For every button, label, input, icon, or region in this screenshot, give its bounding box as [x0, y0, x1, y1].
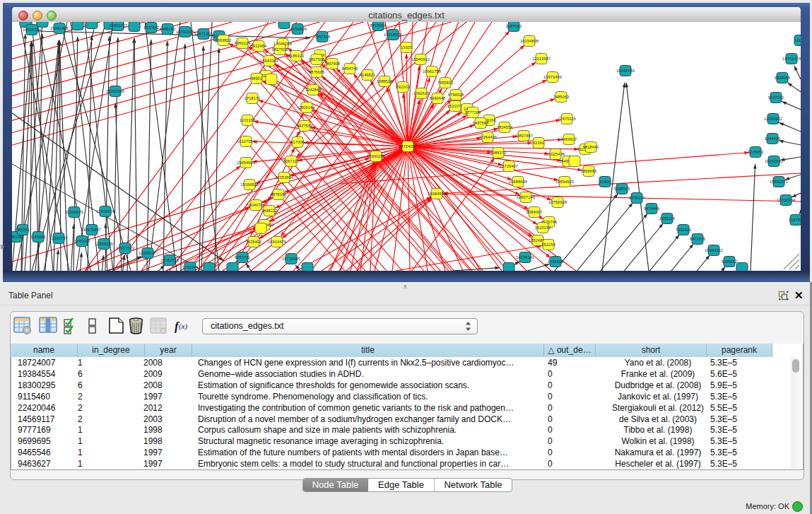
svg-text:6879197: 6879197 [629, 196, 645, 200]
svg-text:12942757: 12942757 [49, 236, 68, 240]
svg-text:98901: 98901 [251, 76, 262, 81]
svg-text:8454749: 8454749 [342, 66, 358, 71]
svg-text:9474444: 9474444 [644, 206, 660, 211]
svg-text:0899695: 0899695 [581, 169, 597, 173]
svg-text:1145194: 1145194 [74, 239, 90, 243]
svg-text:(x): (x) [179, 322, 188, 331]
svg-text:12975115: 12975115 [558, 117, 575, 121]
svg-text:16914479: 16914479 [268, 240, 286, 244]
svg-text:1192344: 1192344 [182, 265, 199, 269]
svg-text:20053346: 20053346 [106, 89, 124, 93]
svg-text:19166829: 19166829 [240, 182, 259, 187]
svg-text:11174: 11174 [794, 38, 801, 42]
svg-text:16782759: 16782759 [160, 258, 179, 262]
svg-text:9777169: 9777169 [465, 110, 481, 115]
svg-text:3498222: 3498222 [261, 209, 278, 213]
svg-text:10961758: 10961758 [423, 69, 441, 74]
svg-text:17359924: 17359924 [96, 209, 115, 214]
svg-text:3215953: 3215953 [748, 150, 764, 154]
svg-text:16107554: 16107554 [237, 139, 256, 144]
svg-text:8990448: 8990448 [430, 96, 446, 100]
svg-text:6794028: 6794028 [448, 93, 464, 97]
svg-text:10756928: 10756928 [548, 200, 567, 204]
svg-text:19218506: 19218506 [384, 33, 402, 37]
svg-text:18300295: 18300295 [367, 154, 385, 158]
svg-text:7955812: 7955812 [437, 81, 454, 85]
svg-text:8427552: 8427552 [297, 124, 313, 128]
svg-text:832203: 832203 [396, 85, 409, 89]
svg-text:9463627: 9463627 [561, 137, 577, 141]
svg-text:10958107: 10958107 [139, 251, 157, 255]
svg-text:12093822: 12093822 [764, 117, 782, 121]
svg-text:18724007: 18724007 [399, 144, 417, 148]
svg-text:8471676: 8471676 [690, 237, 706, 241]
svg-text:9829966: 9829966 [775, 76, 791, 80]
svg-text:10653267: 10653267 [109, 23, 127, 28]
svg-text:19654923: 19654923 [555, 180, 574, 184]
svg-text:9242848: 9242848 [305, 88, 322, 92]
svg-text:2087682: 2087682 [506, 24, 522, 28]
svg-text:8875685: 8875685 [309, 70, 325, 74]
svg-text:1362615: 1362615 [413, 91, 430, 95]
svg-text:9657791: 9657791 [235, 255, 251, 259]
svg-text:9227342: 9227342 [768, 95, 784, 100]
svg-text:9245652: 9245652 [722, 259, 738, 264]
svg-text:2718170: 2718170 [245, 96, 261, 100]
svg-text:19046786: 19046786 [247, 203, 265, 207]
svg-text:7357224: 7357224 [314, 35, 331, 39]
svg-text:7485063: 7485063 [553, 95, 570, 99]
svg-text:9146821: 9146821 [360, 73, 376, 77]
svg-text:1621072: 1621072 [447, 104, 464, 108]
svg-text:39119: 39119 [12, 235, 22, 239]
svg-text:7625402: 7625402 [246, 240, 262, 244]
svg-text:10719155: 10719155 [176, 30, 194, 34]
svg-text:8186323: 8186323 [288, 54, 305, 58]
svg-text:8878332: 8878332 [271, 192, 287, 197]
svg-text:252254: 252254 [541, 243, 555, 247]
svg-text:30975887: 30975887 [83, 228, 101, 232]
svg-text:12353594: 12353594 [275, 175, 294, 180]
svg-text:16409: 16409 [599, 180, 611, 184]
svg-text:1221338: 1221338 [240, 118, 256, 122]
svg-text:7932621: 7932621 [676, 228, 692, 232]
svg-text:10973493: 10973493 [543, 75, 562, 79]
svg-text:17957223: 17957223 [116, 246, 134, 250]
svg-text:18807249: 18807249 [517, 195, 535, 199]
svg-text:8960124: 8960124 [235, 41, 251, 45]
svg-text:8813054: 8813054 [370, 23, 387, 28]
svg-text:10654112: 10654112 [705, 248, 722, 252]
svg-text:15692971: 15692971 [770, 180, 788, 184]
svg-text:12213987: 12213987 [532, 57, 551, 61]
svg-text:16671355: 16671355 [194, 32, 213, 36]
svg-text:10807487: 10807487 [514, 134, 533, 138]
svg-text:1588520: 1588520 [377, 79, 393, 83]
svg-text:15751074: 15751074 [782, 57, 801, 61]
svg-text:585061: 585061 [16, 228, 29, 232]
svg-text:19654923: 19654923 [237, 160, 255, 165]
svg-text:20364436: 20364436 [478, 135, 497, 139]
svg-text:2867608: 2867608 [324, 62, 341, 66]
svg-text:6497568: 6497568 [473, 121, 489, 125]
svg-text:2935114: 2935114 [659, 216, 676, 221]
svg-text:9827503: 9827503 [272, 47, 288, 52]
svg-text:6466160: 6466160 [160, 27, 176, 31]
svg-text:20691406: 20691406 [50, 26, 69, 30]
svg-text:16154808: 16154808 [520, 39, 539, 43]
svg-text:10688609: 10688609 [509, 180, 527, 184]
svg-text:12505135: 12505135 [95, 242, 113, 246]
svg-text:14055724: 14055724 [23, 28, 42, 32]
svg-text:8912954: 8912954 [251, 44, 267, 48]
svg-text:20206576: 20206576 [65, 210, 83, 214]
svg-text:15720407: 15720407 [500, 164, 518, 168]
svg-text:16543382: 16543382 [260, 59, 278, 63]
svg-text:15640910: 15640910 [411, 57, 430, 62]
svg-text:1244415: 1244415 [765, 136, 781, 141]
svg-text:9818440: 9818440 [583, 145, 599, 149]
svg-text:1733426: 1733426 [548, 259, 564, 264]
svg-text:5938923: 5938923 [614, 187, 630, 191]
svg-text:9827506: 9827506 [309, 57, 325, 62]
svg-text:16648784: 16648784 [616, 69, 635, 73]
svg-text:8267110: 8267110 [283, 159, 299, 163]
svg-text:3824554: 3824554 [497, 125, 513, 129]
svg-text:17016504: 17016504 [777, 198, 796, 202]
